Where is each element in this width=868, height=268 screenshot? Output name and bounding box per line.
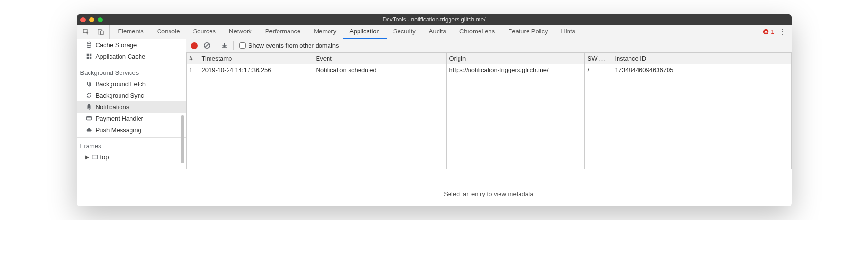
tab-chromelens[interactable]: ChromeLens bbox=[453, 25, 501, 39]
cell-sw: / bbox=[584, 64, 612, 169]
credit-card-icon bbox=[85, 114, 93, 122]
events-toolbar: Show events from other domains bbox=[186, 39, 792, 52]
col-num[interactable]: # bbox=[186, 53, 199, 64]
cell-event: Notification scheduled bbox=[313, 64, 446, 169]
grid-icon bbox=[85, 52, 93, 60]
tab-performance[interactable]: Performance bbox=[259, 25, 307, 39]
devtools-window: DevTools - notification-triggers.glitch.… bbox=[77, 14, 792, 206]
sidebar-item-cache-storage[interactable]: Cache Storage bbox=[77, 39, 186, 51]
svg-rect-9 bbox=[86, 117, 91, 120]
window-minimize-button[interactable] bbox=[89, 17, 94, 22]
fetch-icon bbox=[85, 80, 93, 88]
traffic-lights bbox=[80, 17, 103, 22]
col-event[interactable]: Event bbox=[313, 53, 446, 64]
show-other-domains-checkbox[interactable]: Show events from other domains bbox=[239, 42, 339, 49]
sidebar-item-label: Notifications bbox=[96, 103, 130, 111]
cell-origin: https://notification-triggers.glitch.me/ bbox=[446, 64, 584, 169]
col-timestamp[interactable]: Timestamp bbox=[199, 53, 313, 64]
window-zoom-button[interactable] bbox=[98, 17, 103, 22]
tab-sources[interactable]: Sources bbox=[186, 25, 222, 39]
show-other-domains-input[interactable] bbox=[239, 42, 246, 49]
tab-audits[interactable]: Audits bbox=[422, 25, 453, 39]
titlebar: DevTools - notification-triggers.glitch.… bbox=[77, 14, 792, 25]
sidebar-group-background-services: Background Services bbox=[77, 66, 186, 78]
tab-feature-policy[interactable]: Feature Policy bbox=[501, 25, 554, 39]
events-table-wrap: # Timestamp Event Origin SW … Instance I… bbox=[186, 52, 792, 186]
sidebar-scrollbar[interactable] bbox=[181, 115, 184, 163]
devtools-tabs: Elements Console Sources Network Perform… bbox=[110, 25, 759, 39]
sidebar-item-label: Cache Storage bbox=[96, 41, 137, 49]
svg-line-14 bbox=[205, 44, 209, 48]
svg-rect-8 bbox=[89, 57, 91, 59]
content-pane: Show events from other domains bbox=[186, 39, 792, 206]
sidebar-divider bbox=[77, 137, 186, 138]
error-count: 1 bbox=[771, 28, 774, 35]
cell-instance: 17348446094636705 bbox=[612, 64, 791, 169]
cell-timestamp: 2019-10-24 14:17:36.256 bbox=[199, 64, 313, 169]
svg-rect-2 bbox=[100, 31, 103, 35]
tab-network[interactable]: Network bbox=[222, 25, 259, 39]
error-badge[interactable]: 1 bbox=[763, 28, 774, 35]
frames-top-item[interactable]: ▶ top bbox=[77, 152, 186, 162]
col-instance[interactable]: Instance ID bbox=[612, 53, 791, 64]
show-other-domains-label: Show events from other domains bbox=[249, 42, 339, 49]
device-toggle-icon[interactable] bbox=[95, 26, 106, 38]
disclosure-triangle-icon[interactable]: ▶ bbox=[85, 155, 89, 160]
sidebar-item-label: Background Fetch bbox=[96, 81, 146, 88]
sidebar-item-background-sync[interactable]: Background Sync bbox=[77, 90, 186, 101]
devtools-tabbar: Elements Console Sources Network Perform… bbox=[77, 25, 792, 39]
sidebar-group-frames: Frames bbox=[77, 140, 186, 152]
sidebar-item-background-fetch[interactable]: Background Fetch bbox=[77, 78, 186, 90]
sync-icon bbox=[85, 92, 93, 99]
svg-point-4 bbox=[87, 42, 91, 44]
svg-rect-7 bbox=[86, 57, 88, 59]
sidebar-item-application-cache[interactable]: Application Cache bbox=[77, 51, 186, 62]
record-button[interactable] bbox=[191, 42, 198, 49]
tab-memory[interactable]: Memory bbox=[307, 25, 343, 39]
cloud-icon bbox=[85, 126, 93, 134]
sidebar-item-push-messaging[interactable]: Push Messaging bbox=[77, 124, 186, 135]
bell-icon bbox=[85, 103, 93, 111]
sidebar-item-payment-handler[interactable]: Payment Handler bbox=[77, 113, 186, 124]
table-row[interactable]: 1 2019-10-24 14:17:36.256 Notification s… bbox=[186, 64, 791, 169]
sidebar-item-label: Payment Handler bbox=[96, 115, 143, 122]
main-split: Cache Storage Application Cache Backgrou… bbox=[77, 39, 792, 206]
tab-elements[interactable]: Elements bbox=[111, 25, 150, 39]
sidebar-item-notifications[interactable]: Notifications bbox=[77, 101, 186, 113]
window-close-button[interactable] bbox=[80, 17, 86, 22]
download-icon[interactable] bbox=[219, 40, 230, 52]
events-table: # Timestamp Event Origin SW … Instance I… bbox=[186, 52, 792, 169]
frames-top-label: top bbox=[100, 154, 109, 161]
cell-num: 1 bbox=[186, 64, 199, 169]
tab-security[interactable]: Security bbox=[387, 25, 422, 39]
window-icon bbox=[91, 153, 99, 161]
inspect-element-icon[interactable] bbox=[80, 26, 92, 38]
svg-rect-5 bbox=[86, 54, 88, 56]
application-sidebar: Cache Storage Application Cache Backgrou… bbox=[77, 39, 186, 206]
kebab-menu-icon[interactable]: ⋮ bbox=[778, 27, 787, 36]
svg-rect-11 bbox=[92, 155, 97, 159]
sidebar-item-label: Push Messaging bbox=[96, 126, 141, 134]
database-icon bbox=[85, 41, 93, 49]
window-title: DevTools - notification-triggers.glitch.… bbox=[77, 16, 792, 23]
table-header-row: # Timestamp Event Origin SW … Instance I… bbox=[186, 53, 791, 64]
sidebar-item-label: Background Sync bbox=[96, 92, 144, 99]
tab-application[interactable]: Application bbox=[343, 25, 387, 39]
sidebar-item-label: Application Cache bbox=[96, 53, 146, 60]
metadata-placeholder: Select an entry to view metadata bbox=[186, 186, 792, 206]
col-sw-scope[interactable]: SW … bbox=[584, 53, 612, 64]
tab-console[interactable]: Console bbox=[150, 25, 187, 39]
clear-icon[interactable] bbox=[201, 40, 213, 52]
sidebar-divider bbox=[77, 64, 186, 64]
tab-hints[interactable]: Hints bbox=[554, 25, 582, 39]
svg-rect-6 bbox=[89, 54, 91, 56]
col-origin[interactable]: Origin bbox=[446, 53, 584, 64]
